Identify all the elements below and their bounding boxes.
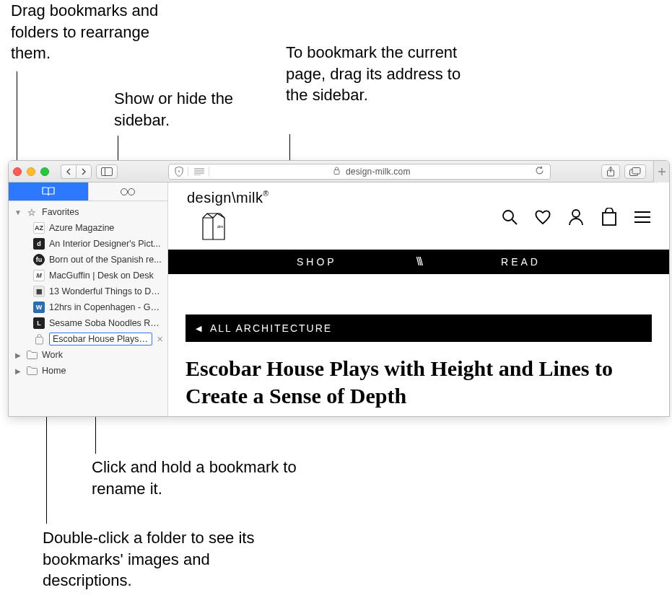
site-nav: SHOP \\\ READ (168, 250, 669, 274)
tabs-button[interactable] (624, 164, 646, 179)
clear-text-icon[interactable]: ✕ (157, 335, 163, 344)
folder-label: Home (42, 366, 66, 376)
svg-rect-22 (603, 213, 616, 225)
favicon: ▦ (33, 286, 45, 297)
article-headline: Escobar House Plays with Height and Line… (186, 355, 652, 409)
minimize-window-button[interactable] (27, 167, 35, 176)
reload-button[interactable] (535, 166, 544, 177)
share-button[interactable] (601, 164, 620, 179)
toolbar: design-milk.com (9, 161, 669, 182)
reader-icon[interactable] (194, 167, 209, 177)
bookmark-item[interactable]: ▦ 13 Wonderful Things to Do... (9, 283, 167, 299)
svg-point-14 (121, 188, 128, 195)
disclosure-icon[interactable]: ▼ (14, 208, 22, 216)
reading-list-tab[interactable] (88, 182, 168, 201)
address-text: design-milk.com (215, 167, 529, 177)
bookmark-folder[interactable]: ▶ Work (9, 347, 167, 363)
svg-point-2 (178, 170, 180, 172)
heart-icon[interactable] (533, 208, 552, 226)
svg-point-19 (503, 211, 513, 221)
bookmark-folder[interactable]: ▶ Home (9, 363, 167, 379)
site-logo[interactable]: design\milk® dm (187, 190, 269, 244)
svg-line-20 (512, 219, 518, 224)
bookmark-item[interactable]: AZ Azure Magazine (9, 220, 167, 236)
svg-rect-0 (102, 167, 113, 175)
callout-sidebar-toggle: Show or hide the sidebar. (114, 88, 258, 131)
menu-icon[interactable] (633, 208, 652, 226)
privacy-report-icon[interactable] (175, 167, 188, 177)
bookmark-edit-field[interactable]: Escobar House Plays with (49, 333, 152, 346)
folder-icon (26, 365, 38, 377)
sidebar-toggle-button[interactable] (96, 164, 118, 179)
disclosure-icon[interactable]: ▶ (14, 367, 22, 375)
callout-folder-doubleclick: Double-click a folder to see its bookmar… (43, 527, 302, 591)
bookmark-item-editing[interactable]: Escobar House Plays with ✕ (9, 331, 167, 347)
svg-point-15 (128, 188, 135, 195)
window-controls[interactable] (13, 167, 49, 176)
bookmark-label: Sesame Soba Noodles Rec... (49, 318, 163, 328)
site-header: design\milk® dm (168, 182, 669, 250)
favicon: M (33, 270, 45, 281)
callout-rename: Click and hold a bookmark to rename it. (92, 457, 315, 499)
bag-icon[interactable] (600, 208, 619, 226)
favicon: W (33, 302, 45, 313)
search-icon[interactable] (500, 208, 519, 226)
bookmarks-sidebar: ▼ ☆ Favorites AZ Azure Magazine d An Int… (9, 182, 168, 416)
nav-divider-icon: \\\ (416, 255, 422, 268)
bookmark-item[interactable]: L Sesame Soba Noodles Rec... (9, 315, 167, 331)
safari-window: design-milk.com (8, 160, 670, 417)
bookmark-label: An Interior Designer's Pict... (49, 239, 161, 249)
svg-rect-16 (35, 337, 43, 344)
star-icon: ☆ (26, 206, 38, 218)
nav-shop[interactable]: SHOP (297, 256, 337, 268)
bookmark-item[interactable]: W 12hrs in Copenhagen - Gui... (9, 299, 167, 315)
bookmark-label: Azure Magazine (49, 223, 114, 233)
back-triangle-icon: ◀ (196, 324, 203, 333)
favicon: AZ (33, 222, 45, 234)
web-page: design\milk® dm (168, 182, 669, 416)
url-text: design-milk.com (346, 167, 411, 177)
category-strip[interactable]: ◀ ALL ARCHITECTURE (186, 314, 652, 342)
favicon: L (33, 317, 45, 329)
fullscreen-window-button[interactable] (40, 167, 49, 176)
bookmark-item[interactable]: d An Interior Designer's Pict... (9, 236, 167, 252)
svg-rect-7 (334, 170, 339, 174)
svg-text:dm: dm (217, 224, 223, 229)
forward-button[interactable] (76, 164, 92, 179)
folder-icon (26, 349, 38, 361)
bookmark-label: 13 Wonderful Things to Do... (49, 286, 163, 296)
bookmark-item[interactable]: fu Born out of the Spanish re... (9, 252, 167, 268)
back-button[interactable] (61, 164, 76, 179)
bookmarks-tab[interactable] (9, 182, 88, 201)
svg-rect-11 (632, 167, 640, 174)
favorites-label: Favorites (42, 207, 79, 217)
address-bar[interactable]: design-milk.com (168, 164, 551, 180)
callout-drag-address: To bookmark the current page, drag its a… (286, 42, 474, 106)
folder-label: Work (42, 350, 63, 360)
favorites-header[interactable]: ▼ ☆ Favorites (9, 204, 167, 220)
lock-icon (333, 167, 343, 177)
svg-point-21 (572, 210, 580, 217)
bookmark-label: Born out of the Spanish re... (49, 255, 162, 265)
bag-icon (33, 333, 45, 345)
category-label: ALL ARCHITECTURE (210, 322, 332, 334)
nav-read[interactable]: READ (501, 256, 541, 268)
bookmark-label: 12hrs in Copenhagen - Gui... (49, 302, 163, 312)
bookmark-item[interactable]: M MacGuffin | Desk on Desk (9, 268, 167, 283)
account-icon[interactable] (567, 208, 585, 226)
callout-rearrange: Drag bookmarks and folders to rearrange … (11, 0, 191, 64)
logo-text: design\milk® (187, 190, 269, 206)
site-actions (500, 208, 652, 226)
favicon: d (33, 238, 45, 250)
disclosure-icon[interactable]: ▶ (14, 351, 22, 359)
close-window-button[interactable] (13, 167, 22, 176)
bookmark-label: MacGuffin | Desk on Desk (49, 270, 154, 281)
callout-line (46, 408, 47, 524)
favicon: fu (33, 254, 45, 265)
logo-carton-icon: dm (198, 206, 229, 241)
